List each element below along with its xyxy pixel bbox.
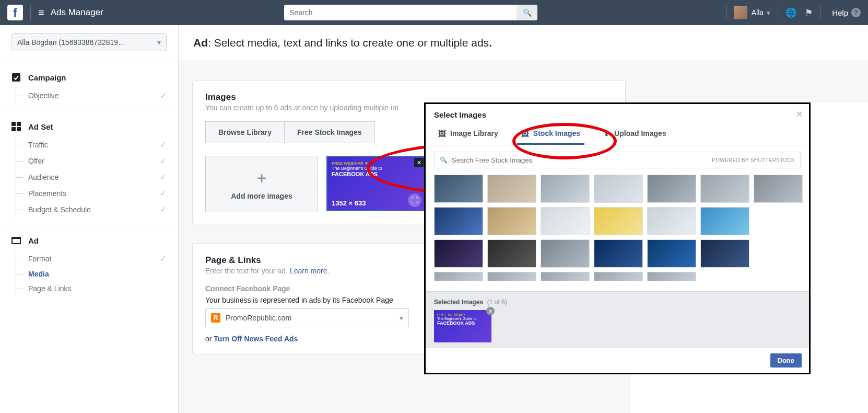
modal-search: 🔍 POWERED BY SHUTTERSTOCK	[434, 152, 801, 168]
stock-image-thumb[interactable]	[487, 175, 536, 203]
page-links-sub-pre: Enter the text for your ad.	[205, 267, 290, 275]
stock-image-thumb[interactable]	[647, 175, 696, 203]
selected-images-count: (1 of 6)	[487, 299, 507, 306]
stock-image-thumb[interactable]	[647, 239, 696, 268]
page-head-bold: Ad	[193, 37, 208, 49]
stock-image-thumb[interactable]	[434, 207, 483, 235]
sidebar-item-placements[interactable]: Placements✓	[0, 185, 178, 201]
chevron-down-icon: ▾	[157, 38, 161, 47]
stock-search-input[interactable]	[452, 156, 708, 164]
tab-stock-images[interactable]: 🖼 Stock Images	[517, 123, 584, 145]
crop-icon[interactable]: ⛶	[408, 193, 421, 207]
thumb-dimensions: 1352 × 633	[332, 199, 366, 207]
account-selector[interactable]: Alla Bogdan (15693386732819… ▾	[11, 33, 167, 51]
sidebar-item-traffic[interactable]: Traffic✓	[0, 136, 178, 153]
sidebar-item-media[interactable]: Media	[0, 267, 178, 281]
chevron-down-icon: ▾	[400, 314, 403, 322]
stock-image-thumb[interactable]	[594, 272, 643, 281]
stock-image-thumb[interactable]	[434, 272, 483, 281]
stock-image-thumb[interactable]	[700, 175, 749, 203]
avatar[interactable]	[734, 6, 747, 19]
stock-image-thumb[interactable]	[700, 207, 749, 235]
plus-icon: ＋	[254, 168, 269, 188]
sidebar-head-adset[interactable]: Ad Set	[0, 117, 178, 136]
stock-image-thumb[interactable]	[754, 239, 803, 268]
menu-icon[interactable]: ≡	[38, 7, 44, 19]
sidebar-item-label: Page & Links	[28, 284, 72, 293]
ad-icon	[11, 236, 21, 245]
stock-image-grid	[426, 175, 809, 281]
user-name[interactable]: Alla	[752, 8, 764, 17]
stock-image-thumb[interactable]	[754, 175, 803, 203]
facebook-logo-icon[interactable]: f	[7, 5, 23, 20]
stock-image-thumb[interactable]	[541, 239, 590, 268]
stock-image-thumb[interactable]	[594, 239, 643, 268]
sidebar-item-label: Placements	[28, 189, 66, 198]
stock-image-thumb[interactable]	[487, 272, 536, 281]
images-title: Images	[205, 92, 613, 102]
remove-image-icon[interactable]: ✕	[414, 158, 424, 167]
stock-image-thumb[interactable]	[434, 239, 483, 268]
page-title: Ad: Select media, text and links to crea…	[179, 25, 868, 61]
sidebar-item-label: Traffic	[28, 141, 48, 149]
globe-icon[interactable]: 🌐	[785, 7, 796, 18]
sidebar-item-budget[interactable]: Budget & Schedule✓	[0, 201, 178, 217]
stock-image-thumb[interactable]	[434, 175, 483, 203]
account-selector-label: Alla Bogdan (15693386732819…	[17, 38, 125, 47]
sel-thumb-line3: FACEBOOK ADS	[437, 320, 488, 326]
image-library-icon: 🖼	[438, 129, 446, 138]
stock-images-icon: 🖼	[521, 129, 529, 138]
selected-thumb[interactable]: FREE WEBINAR The Beginner's Guide to FAC…	[434, 310, 491, 342]
tab-label: Upload Images	[614, 129, 666, 137]
stock-image-thumb[interactable]	[754, 272, 803, 281]
facebook-page-select[interactable]: R PromoRepublic.com ▾	[205, 308, 409, 327]
stock-image-thumb[interactable]	[754, 207, 803, 235]
tab-upload-images[interactable]: ⬆ Upload Images	[599, 123, 671, 145]
help-icon: ?	[851, 8, 861, 17]
stock-image-thumb[interactable]	[541, 207, 590, 235]
browse-library-button[interactable]: Browse Library	[205, 121, 284, 143]
help-link[interactable]: Help ?	[832, 8, 861, 17]
sidebar-item-offer[interactable]: Offer✓	[0, 153, 178, 169]
flag-icon[interactable]: ⚑	[805, 7, 813, 18]
sidebar-item-objective[interactable]: Objective ✓	[0, 87, 178, 104]
selected-image-thumbnail[interactable]: ✕ ⛶ FREE WEBINAR ★ The Beginner's Guide …	[326, 156, 426, 211]
stock-image-thumb[interactable]	[647, 272, 696, 281]
done-button[interactable]: Done	[770, 353, 802, 368]
stock-image-thumb[interactable]	[541, 272, 590, 281]
sidebar-item-label: Offer	[28, 157, 44, 165]
searchbox: 🔍	[284, 5, 537, 20]
sidebar-item-format[interactable]: Format✓	[0, 250, 178, 267]
sidebar-head-campaign[interactable]: Campaign	[0, 67, 178, 87]
search-icon: 🔍	[523, 8, 532, 17]
add-more-images-tile[interactable]: ＋ Add more images	[205, 156, 318, 212]
free-stock-images-button[interactable]: Free Stock Images	[284, 121, 375, 143]
close-icon[interactable]: ✕	[796, 109, 803, 119]
sidebar-item-pagelinks[interactable]: Page & Links	[0, 281, 178, 296]
turn-off-news-feed-link[interactable]: Turn Off News Feed Ads	[214, 335, 298, 343]
search-input[interactable]	[284, 5, 517, 20]
stock-image-thumb[interactable]	[487, 207, 536, 235]
stock-image-thumb[interactable]	[700, 272, 749, 281]
stock-image-thumb[interactable]	[647, 207, 696, 235]
tab-image-library[interactable]: 🖼 Image Library	[434, 123, 502, 145]
stock-image-thumb[interactable]	[487, 239, 536, 268]
page-select-value: PromoRepublic.com	[226, 314, 291, 322]
stock-image-thumb[interactable]	[700, 239, 749, 268]
learn-more-link[interactable]: Learn more	[290, 267, 327, 275]
sidebar-item-label: Media	[28, 270, 49, 278]
sidebar-head-ad[interactable]: Ad	[0, 231, 178, 250]
modal-tabs: 🖼 Image Library 🖼 Stock Images ⬆ Upload …	[426, 123, 809, 145]
remove-selected-icon[interactable]: ✕	[486, 307, 495, 315]
sidebar-item-label: Format	[28, 255, 51, 263]
topbar: f ≡ Ads Manager 🔍 Alla ▾ 🌐 ⚑ Help ?	[0, 0, 868, 25]
sidebar-item-audience[interactable]: Audience✓	[0, 169, 178, 185]
modal-header: Select Images ✕	[426, 104, 809, 123]
check-icon: ✓	[160, 90, 167, 100]
stock-image-thumb[interactable]	[541, 175, 590, 203]
stock-image-thumb[interactable]	[594, 207, 643, 235]
stock-image-thumb[interactable]	[594, 175, 643, 203]
search-button[interactable]: 🔍	[517, 5, 537, 20]
check-icon: ✓	[160, 204, 167, 214]
chevron-down-icon[interactable]: ▾	[767, 9, 770, 17]
